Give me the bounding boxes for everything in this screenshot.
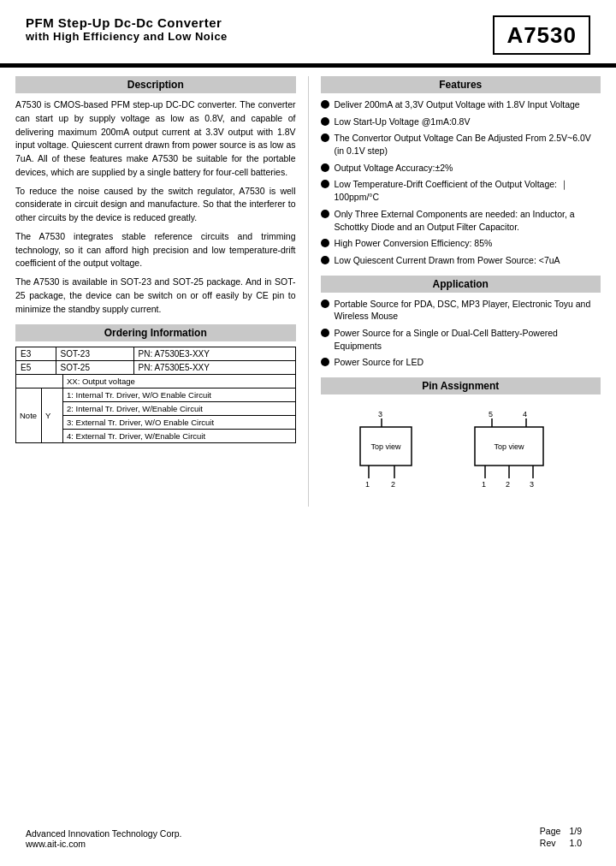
pin1-label: 1 <box>482 480 486 489</box>
ordering-section: Ordering Information E3 SOT-23 PN: A7530… <box>15 324 296 443</box>
ordering-table: E3 SOT-23 PN: A7530E3-XXY E5 SOT-25 PN: … <box>15 347 296 375</box>
bullet-icon <box>321 210 329 218</box>
application-header: Application <box>321 276 601 293</box>
pin-section: Pin Assignment 3 Top view <box>321 377 601 507</box>
pin-assignment-header: Pin Assignment <box>321 377 601 394</box>
bullet-icon <box>321 358 329 366</box>
list-item: Portable Source for PDA, DSC, MP3 Player… <box>321 298 601 323</box>
note-item-3: 3: External Tr. Driver, W/O Enable Circu… <box>63 416 295 430</box>
note-row: Note Y 1: Internal Tr. Driver, W/O Enabl… <box>15 389 296 443</box>
two-col-layout: Description A7530 is CMOS-based PFM step… <box>0 76 616 507</box>
bullet-icon <box>321 239 329 247</box>
code-e3: E3 <box>16 347 56 361</box>
pin2-label: 2 <box>506 480 510 489</box>
note-label: Note <box>16 389 42 442</box>
bullet-icon <box>321 100 329 109</box>
list-item: Low Quiescent Current Drawn from Power S… <box>321 254 601 267</box>
table-row: E3 SOT-23 PN: A7530E3-XXY <box>16 347 296 361</box>
ordering-header: Ordering Information <box>15 324 296 341</box>
bullet-icon <box>321 256 329 264</box>
page-label: Page <box>540 825 570 837</box>
code-e5: E5 <box>16 361 56 375</box>
features-header: Features <box>321 76 601 93</box>
top-view-label: Top view <box>495 442 525 451</box>
list-item: Power Source for a Single or Dual-Cell B… <box>321 327 601 352</box>
application-section: Application Portable Source for PDA, DSC… <box>321 276 601 369</box>
sot25-diagram: 5 4 Top view 1 <box>466 412 578 495</box>
bullet-icon <box>321 163 329 172</box>
list-item: High Power Conversion Efficiency: 85% <box>321 237 601 250</box>
list-item: Deliver 200mA at 3,3V Output Voltage wit… <box>321 98 601 111</box>
desc-para-4: The A7530 is available in SOT-23 and SOT… <box>15 276 296 316</box>
note-item-2: 2: Internal Tr. Driver, W/Enable Circuit <box>63 402 295 416</box>
desc-para-2: To reduce the noise caused by the switch… <box>15 185 296 225</box>
desc-para-1: A7530 is CMOS-based PFM step-up DC-DC co… <box>15 98 296 180</box>
pin3-label: 3 <box>378 412 382 418</box>
table-row: Rev 1.0 <box>540 837 590 849</box>
pkg-e3: SOT-23 <box>56 347 133 361</box>
list-item: Power Source for LED <box>321 356 601 369</box>
note-item-1: 1: Internal Tr. Driver, W/O Enable Circu… <box>63 389 295 402</box>
col-right: Features Deliver 200mA at 3,3V Output Vo… <box>308 76 601 507</box>
pin3-label: 3 <box>530 480 534 489</box>
rev-value: 1.0 <box>569 837 590 849</box>
footer-table: Page 1/9 Rev 1.0 <box>540 825 590 849</box>
list-item: Output Voltage Accuracy:±2% <box>321 162 601 175</box>
page-value: 1/9 <box>569 825 590 837</box>
list-item: Low Temperature-Drift Coefficient of the… <box>321 178 601 203</box>
header-divider <box>0 63 616 68</box>
xx-label-cell <box>16 375 63 388</box>
website: www.ait-ic.com <box>26 839 182 849</box>
desc-para-3: The A7530 integrates stable reference ci… <box>15 230 296 270</box>
pkg-e5: SOT-25 <box>56 361 133 375</box>
sot23-diagram: 3 Top view 1 2 <box>343 412 437 495</box>
features-list: Deliver 200mA at 3,3V Output Voltage wit… <box>321 98 601 267</box>
bullet-icon <box>321 180 329 188</box>
list-item: Low Start-Up Voltage @1mA:0.8V <box>321 116 601 128</box>
note-item-4: 4: External Tr. Driver, W/Enable Circuit <box>63 430 295 442</box>
bullet-icon <box>321 300 329 308</box>
list-item: Only Three External Components are neede… <box>321 208 601 233</box>
sot23-svg: 3 Top view 1 2 <box>343 412 437 493</box>
top-view-label: Top view <box>371 442 402 451</box>
rev-label: Rev <box>540 837 570 849</box>
pn-e5: PN: A7530E5-XXY <box>133 361 295 375</box>
bullet-icon <box>321 329 329 337</box>
bullet-icon <box>321 117 329 126</box>
pn-e3: PN: A7530E3-XXY <box>133 347 295 361</box>
table-row: Page 1/9 <box>540 825 590 837</box>
pin-diagram: 3 Top view 1 2 <box>321 400 601 507</box>
footer: Advanced Innovation Technology Corp. www… <box>26 825 590 849</box>
note-items: 1: Internal Tr. Driver, W/O Enable Circu… <box>63 389 295 442</box>
pin1-label: 1 <box>365 480 370 489</box>
description-text: A7530 is CMOS-based PFM step-up DC-DC co… <box>15 98 296 316</box>
y-label: Y <box>42 389 63 442</box>
footer-right: Page 1/9 Rev 1.0 <box>540 825 590 849</box>
bullet-icon <box>321 133 329 142</box>
description-header: Description <box>15 76 296 93</box>
col-left: Description A7530 is CMOS-based PFM step… <box>15 76 308 507</box>
sot25-svg: 5 4 Top view 1 <box>466 412 578 493</box>
pin5-label: 5 <box>489 412 493 418</box>
xx-content: XX: Output voltage <box>63 375 295 388</box>
sub-title: with High Efficiency and Low Noice <box>26 30 493 43</box>
table-row: E5 SOT-25 PN: A7530E5-XXY <box>16 361 296 375</box>
footer-left: Advanced Innovation Technology Corp. www… <box>26 828 182 849</box>
pin4-label: 4 <box>523 412 527 418</box>
company-name: Advanced Innovation Technology Corp. <box>26 828 182 839</box>
pin2-label: 2 <box>391 480 395 489</box>
xx-row: XX: Output voltage <box>15 375 296 389</box>
part-number: A7530 <box>493 15 590 55</box>
header: PFM Step-Up Dc-Dc Converter with High Ef… <box>0 0 616 63</box>
main-title: PFM Step-Up Dc-Dc Converter <box>26 15 493 30</box>
application-list: Portable Source for PDA, DSC, MP3 Player… <box>321 298 601 369</box>
list-item: The Convertor Output Voltage Can Be Adju… <box>321 132 601 157</box>
header-title: PFM Step-Up Dc-Dc Converter with High Ef… <box>26 15 493 43</box>
page: PFM Step-Up Dc-Dc Converter with High Ef… <box>0 0 616 866</box>
